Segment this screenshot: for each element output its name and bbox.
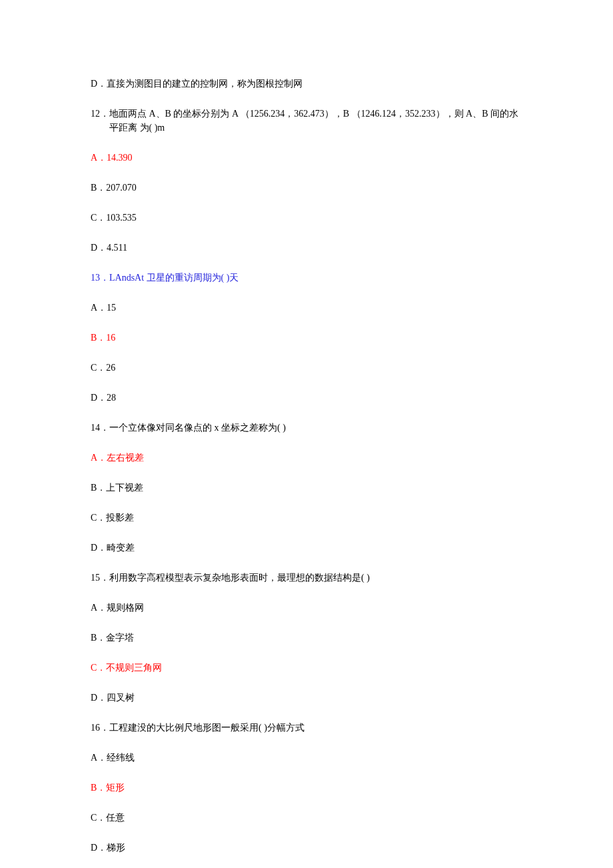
text-line: 15．利用数字高程模型表示复杂地形表面时，最理想的数据结构是( ) [91, 571, 522, 585]
text-line: C．103.535 [91, 211, 522, 225]
text-line: C．投影差 [91, 511, 522, 525]
text-line: D．四叉树 [91, 691, 522, 705]
text-line: 14．一个立体像对同名像点的 x 坐标之差称为( ) [91, 421, 522, 435]
text-line: B．207.070 [91, 181, 522, 195]
text-line: D．直接为测图目的建立的控制网，称为图根控制网 [91, 77, 522, 91]
text-line: B．16 [91, 331, 522, 345]
text-line: D．28 [91, 391, 522, 405]
document-page: D．直接为测图目的建立的控制网，称为图根控制网12．地面两点 A、B 的坐标分别… [0, 0, 613, 868]
text-line: D．梯形 [91, 841, 522, 855]
text-line: B．上下视差 [91, 481, 522, 495]
text-line: B．矩形 [91, 781, 522, 795]
text-line: A．15 [91, 301, 522, 315]
text-line: A．经纬线 [91, 751, 522, 765]
text-line: D．畸变差 [91, 541, 522, 555]
text-line: C．26 [91, 361, 522, 375]
text-line: A．左右视差 [91, 451, 522, 465]
text-line: C．任意 [91, 811, 522, 825]
text-line: A．14.390 [91, 151, 522, 165]
text-line: 13．LAndsAt 卫星的重访周期为( )天 [91, 271, 522, 285]
text-line: 12．地面两点 A、B 的坐标分别为 A （1256.234，362.473），… [91, 107, 522, 135]
text-line: D．4.511 [91, 241, 522, 255]
text-line: 16．工程建没的大比例尺地形图一般采用( )分幅方式 [91, 721, 522, 735]
text-line: C．不规则三角网 [91, 661, 522, 675]
text-line: B．金字塔 [91, 631, 522, 645]
text-line: A．规则格网 [91, 601, 522, 615]
